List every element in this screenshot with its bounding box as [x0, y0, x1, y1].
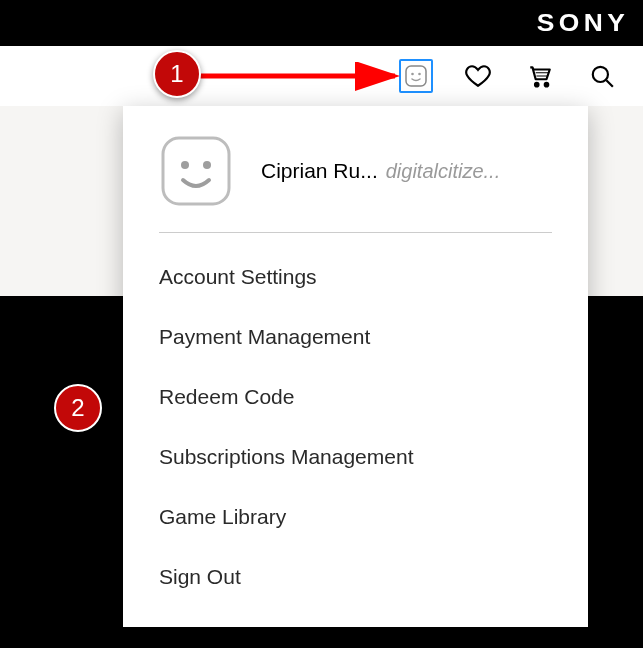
svg-point-2 — [418, 73, 421, 76]
svg-rect-0 — [406, 66, 426, 86]
dropdown-list: Account Settings Payment Management Rede… — [123, 233, 588, 607]
profile-header[interactable]: Ciprian Ru... digitalcitize... — [123, 134, 588, 232]
avatar-icon — [159, 134, 233, 208]
menu-game-library[interactable]: Game Library — [123, 487, 588, 547]
annotation-badge-2: 2 — [54, 384, 102, 432]
svg-line-6 — [606, 80, 613, 87]
annotation-badge-1: 1 — [153, 50, 201, 98]
profile-text: Ciprian Ru... digitalcitize... — [261, 159, 500, 183]
svg-point-5 — [593, 67, 608, 82]
svg-point-8 — [181, 161, 189, 169]
cart-icon[interactable] — [523, 59, 557, 93]
search-icon[interactable] — [585, 59, 619, 93]
wishlist-icon[interactable] — [461, 59, 495, 93]
menu-subscriptions-management[interactable]: Subscriptions Management — [123, 427, 588, 487]
profile-name: Ciprian Ru... — [261, 159, 378, 183]
profile-icon[interactable] — [399, 59, 433, 93]
page-body: Ciprian Ru... digitalcitize... Account S… — [0, 106, 643, 648]
profile-handle: digitalcitize... — [386, 160, 501, 183]
menu-account-settings[interactable]: Account Settings — [123, 247, 588, 307]
profile-dropdown: Ciprian Ru... digitalcitize... Account S… — [123, 106, 588, 627]
menu-redeem-code[interactable]: Redeem Code — [123, 367, 588, 427]
brand-bar: SONY — [0, 0, 643, 46]
svg-point-3 — [535, 83, 538, 86]
menu-sign-out[interactable]: Sign Out — [123, 547, 588, 607]
sony-logo: SONY — [537, 9, 629, 37]
svg-rect-7 — [163, 138, 229, 204]
svg-point-9 — [203, 161, 211, 169]
header-bar — [0, 46, 643, 106]
svg-point-1 — [411, 73, 414, 76]
svg-point-4 — [545, 83, 548, 86]
menu-payment-management[interactable]: Payment Management — [123, 307, 588, 367]
